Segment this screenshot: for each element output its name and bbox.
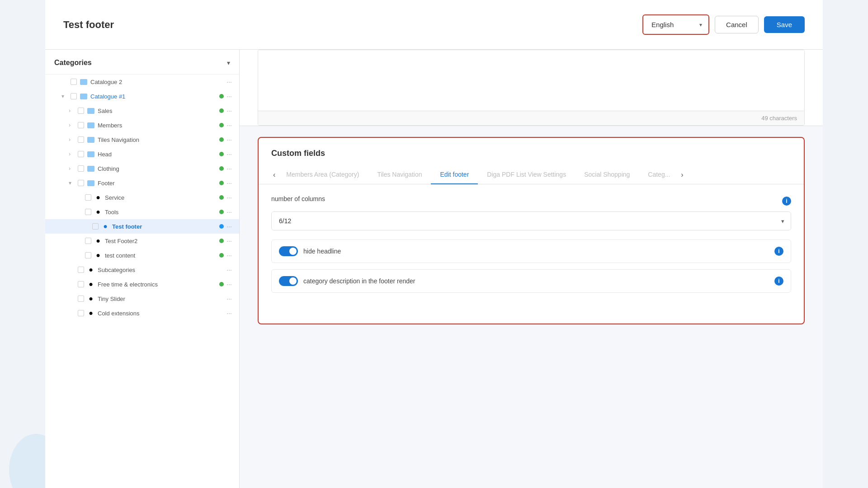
list-item[interactable]: ▾ Footer ··· [45, 176, 239, 190]
status-dot [219, 123, 224, 127]
status-dot [219, 137, 224, 142]
sidebar-item-label: Tiny Slider [98, 296, 224, 302]
list-item[interactable]: › Sales ··· [45, 103, 239, 118]
tab-categ[interactable]: Categ... [639, 165, 679, 184]
info-icon[interactable]: i [774, 277, 783, 286]
info-icon[interactable]: i [782, 197, 791, 206]
tab-social-shopping[interactable]: Social Shopping [575, 165, 639, 184]
char-count: 49 characters [258, 111, 804, 125]
hide-headline-toggle[interactable] [279, 246, 298, 256]
list-item[interactable]: › Clothing ··· [45, 161, 239, 176]
item-checkbox[interactable] [78, 122, 84, 128]
more-options-icon[interactable]: ··· [226, 78, 232, 85]
tab-prev-button[interactable]: ‹ [271, 167, 277, 183]
list-item[interactable]: › Members ··· [45, 118, 239, 132]
field-header-row: number of columns i [271, 195, 791, 207]
expand-icon[interactable]: › [69, 136, 75, 143]
more-options-icon[interactable]: ··· [226, 165, 232, 172]
expand-icon[interactable]: › [69, 108, 75, 114]
more-options-icon[interactable]: ··· [226, 150, 232, 158]
sidebar-item-label: Clothing [98, 165, 217, 172]
list-item[interactable]: ● Tiny Slider ··· [45, 291, 239, 306]
main-content: 49 characters Custom fields ‹ Members Ar… [240, 50, 823, 488]
more-options-icon[interactable]: ··· [226, 237, 232, 244]
tab-next-button[interactable]: › [679, 167, 685, 183]
item-checkbox[interactable] [85, 209, 91, 215]
list-item[interactable]: › Head ··· [45, 147, 239, 161]
cancel-button[interactable]: Cancel [715, 16, 759, 33]
toggle-left: category description in the footer rende… [279, 276, 415, 286]
list-item[interactable]: ● Service ··· [45, 190, 239, 205]
expand-icon[interactable]: › [69, 165, 75, 172]
item-checkbox[interactable] [78, 180, 84, 186]
more-options-icon[interactable]: ··· [226, 122, 232, 129]
text-section: 49 characters [240, 50, 823, 126]
more-options-icon[interactable]: ··· [226, 194, 232, 201]
list-item[interactable]: ● Tools ··· [45, 205, 239, 219]
list-item[interactable]: Catalogue 2 ··· [45, 75, 239, 89]
status-dot [219, 239, 224, 243]
number-of-columns-select[interactable]: 1/12 2/12 3/12 4/12 6/12 12/12 [272, 212, 791, 230]
more-options-icon[interactable]: ··· [226, 107, 232, 114]
more-options-icon[interactable]: ··· [226, 179, 232, 187]
item-checkbox[interactable] [78, 281, 84, 287]
expand-icon[interactable]: › [69, 151, 75, 157]
categories-title: Categories [54, 59, 92, 67]
language-select[interactable]: English French German Spanish [644, 16, 708, 33]
top-header: Test footer English French German Spanis… [45, 0, 823, 50]
sidebar-item-label: Tools [105, 209, 217, 216]
fields-content: number of columns i 1/12 2/12 3/12 4/12 … [259, 184, 804, 324]
more-options-icon[interactable]: ··· [226, 281, 232, 288]
item-checkbox[interactable] [78, 108, 84, 114]
more-options-icon[interactable]: ··· [226, 295, 232, 302]
chevron-down-icon[interactable]: ▾ [227, 59, 230, 66]
more-options-icon[interactable]: ··· [226, 252, 232, 259]
item-checkbox[interactable] [71, 93, 77, 99]
save-button[interactable]: Save [764, 16, 805, 33]
info-icon[interactable]: i [774, 247, 783, 256]
item-checkbox[interactable] [85, 252, 91, 258]
item-checkbox[interactable] [78, 136, 84, 143]
item-checkbox[interactable] [85, 238, 91, 244]
item-checkbox[interactable] [92, 223, 99, 230]
item-checkbox[interactable] [78, 310, 84, 316]
list-item[interactable]: ● Subcategories ··· [45, 263, 239, 277]
item-checkbox[interactable] [85, 194, 91, 201]
item-checkbox[interactable] [78, 165, 84, 172]
more-options-icon[interactable]: ··· [226, 93, 232, 100]
list-item[interactable]: ● Free time & electronics ··· [45, 277, 239, 291]
more-options-icon[interactable]: ··· [226, 136, 232, 143]
expand-icon[interactable]: › [69, 122, 75, 128]
list-item[interactable]: ● test content ··· [45, 248, 239, 263]
expand-icon[interactable]: ▾ [69, 180, 75, 186]
status-dot [219, 181, 224, 185]
dot-label-icon: ● [94, 251, 102, 259]
list-item[interactable]: ▾ Catalogue #1 ··· [45, 89, 239, 103]
tab-tiles-navigation[interactable]: Tiles Navigation [368, 165, 431, 184]
tab-diga[interactable]: Diga PDF List View Settings [478, 165, 575, 184]
more-options-icon[interactable]: ··· [226, 208, 232, 216]
more-options-icon[interactable]: ··· [226, 266, 232, 273]
category-description-toggle[interactable] [279, 276, 298, 286]
more-options-icon[interactable]: ··· [226, 310, 232, 317]
item-checkbox[interactable] [78, 296, 84, 302]
item-checkbox[interactable] [78, 267, 84, 273]
dot-label-icon: ● [94, 237, 102, 245]
custom-fields-title: Custom fields [259, 138, 804, 158]
list-item[interactable]: ● Cold extensions ··· [45, 306, 239, 320]
list-item[interactable]: › Tiles Navigation ··· [45, 132, 239, 147]
item-checkbox[interactable] [78, 151, 84, 157]
tab-members-area[interactable]: Members Area (Category) [277, 165, 368, 184]
status-dot [219, 224, 224, 229]
expand-icon[interactable]: ▾ [61, 93, 68, 99]
status-dot [219, 152, 224, 156]
tab-edit-footer[interactable]: Edit footer [431, 165, 478, 184]
item-checkbox[interactable] [71, 79, 77, 85]
status-dot [219, 108, 224, 113]
list-item[interactable]: ● Test Footer2 ··· [45, 234, 239, 248]
more-options-icon[interactable]: ··· [226, 223, 232, 230]
sidebar-item-label: Footer [98, 180, 217, 187]
dot-label-icon: ● [101, 222, 109, 230]
content-textarea[interactable] [258, 50, 804, 109]
list-item-active[interactable]: ● Test footer ··· [45, 219, 239, 234]
